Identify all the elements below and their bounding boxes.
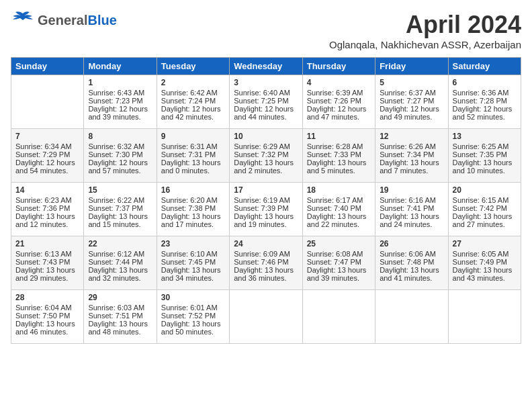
day-info-line: Daylight: 13 hours bbox=[88, 212, 152, 220]
day-info-line: and 48 minutes. bbox=[88, 328, 152, 336]
day-info-line: Sunset: 7:48 PM bbox=[380, 258, 443, 266]
page-header: GeneralBlue April 2024 Oglanqala, Nakhic… bbox=[11, 11, 521, 50]
calendar-cell bbox=[11, 75, 84, 129]
calendar-cell: 16Sunrise: 6:20 AMSunset: 7:38 PMDayligh… bbox=[157, 183, 229, 236]
day-info-line: and 5 minutes. bbox=[307, 167, 371, 175]
calendar-body: 1Sunrise: 6:43 AMSunset: 7:23 PMDaylight… bbox=[11, 75, 521, 344]
day-info-line: Daylight: 13 hours bbox=[15, 212, 79, 220]
calendar-cell: 1Sunrise: 6:43 AMSunset: 7:23 PMDaylight… bbox=[84, 75, 157, 129]
day-info-line: Sunset: 7:45 PM bbox=[161, 258, 225, 266]
day-info-line: Sunrise: 6:43 AM bbox=[88, 89, 152, 97]
day-info-line: Sunrise: 6:23 AM bbox=[15, 196, 79, 204]
day-header-friday: Friday bbox=[375, 58, 448, 75]
day-info-line: Daylight: 13 hours bbox=[15, 266, 79, 274]
day-header-thursday: Thursday bbox=[302, 58, 375, 75]
calendar-cell: 25Sunrise: 6:08 AMSunset: 7:47 PMDayligh… bbox=[302, 236, 375, 290]
day-info-line: Sunset: 7:52 PM bbox=[161, 312, 225, 320]
calendar-cell: 18Sunrise: 6:17 AMSunset: 7:40 PMDayligh… bbox=[302, 183, 375, 236]
calendar-cell: 27Sunrise: 6:05 AMSunset: 7:49 PMDayligh… bbox=[448, 236, 521, 290]
day-info-line: Daylight: 13 hours bbox=[307, 158, 371, 167]
day-number: 18 bbox=[307, 185, 371, 195]
day-info-line: Sunrise: 6:37 AM bbox=[380, 89, 443, 97]
day-number: 9 bbox=[161, 132, 225, 141]
calendar-cell: 28Sunrise: 6:04 AMSunset: 7:50 PMDayligh… bbox=[11, 290, 84, 344]
day-info-line: Daylight: 13 hours bbox=[88, 320, 152, 328]
day-info-line: and 47 minutes. bbox=[307, 113, 371, 121]
day-info-line: Sunrise: 6:40 AM bbox=[234, 89, 298, 97]
day-info-line: Daylight: 12 hours bbox=[380, 105, 443, 113]
day-info-line: Sunset: 7:30 PM bbox=[88, 150, 152, 158]
calendar-cell: 10Sunrise: 6:29 AMSunset: 7:32 PMDayligh… bbox=[230, 129, 302, 183]
day-info-line: and 24 minutes. bbox=[380, 220, 443, 228]
month-title: April 2024 bbox=[329, 11, 521, 39]
calendar-cell: 19Sunrise: 6:16 AMSunset: 7:41 PMDayligh… bbox=[375, 183, 448, 236]
day-number: 30 bbox=[161, 293, 225, 302]
calendar-table: SundayMondayTuesdayWednesdayThursdayFrid… bbox=[11, 57, 521, 344]
day-number: 29 bbox=[88, 293, 152, 302]
day-info-line: Daylight: 13 hours bbox=[234, 212, 298, 220]
day-header-monday: Monday bbox=[84, 58, 157, 75]
day-info-line: Sunrise: 6:01 AM bbox=[161, 304, 225, 312]
calendar-cell: 12Sunrise: 6:26 AMSunset: 7:34 PMDayligh… bbox=[375, 129, 448, 183]
day-info-line: Sunrise: 6:31 AM bbox=[161, 142, 225, 150]
day-info-line: Sunrise: 6:09 AM bbox=[234, 250, 298, 258]
day-number: 10 bbox=[234, 132, 298, 141]
day-info-line: Sunrise: 6:13 AM bbox=[15, 250, 79, 258]
day-number: 17 bbox=[234, 185, 298, 195]
calendar-cell: 15Sunrise: 6:22 AMSunset: 7:37 PMDayligh… bbox=[84, 183, 157, 236]
day-info-line: Sunset: 7:40 PM bbox=[307, 204, 371, 212]
week-row-1: 7Sunrise: 6:34 AMSunset: 7:29 PMDaylight… bbox=[11, 129, 521, 183]
day-info-line: Daylight: 13 hours bbox=[380, 266, 443, 274]
day-number: 11 bbox=[307, 132, 371, 141]
calendar-cell: 7Sunrise: 6:34 AMSunset: 7:29 PMDaylight… bbox=[11, 129, 84, 183]
day-info-line: Daylight: 13 hours bbox=[15, 320, 79, 328]
day-number: 22 bbox=[88, 239, 152, 248]
calendar-cell: 20Sunrise: 6:15 AMSunset: 7:42 PMDayligh… bbox=[448, 183, 521, 236]
calendar-cell: 30Sunrise: 6:01 AMSunset: 7:52 PMDayligh… bbox=[157, 290, 229, 344]
calendar-cell: 13Sunrise: 6:25 AMSunset: 7:35 PMDayligh… bbox=[448, 129, 521, 183]
calendar-cell: 3Sunrise: 6:40 AMSunset: 7:25 PMDaylight… bbox=[230, 75, 302, 129]
day-info-line: Daylight: 13 hours bbox=[380, 158, 443, 167]
title-block: April 2024 Oglanqala, Nakhichevan ASSR, … bbox=[329, 11, 521, 50]
day-info-line: Daylight: 13 hours bbox=[380, 212, 443, 220]
day-info-line: Daylight: 12 hours bbox=[15, 158, 79, 167]
day-header-sunday: Sunday bbox=[11, 58, 84, 75]
week-row-3: 21Sunrise: 6:13 AMSunset: 7:43 PMDayligh… bbox=[11, 236, 521, 290]
day-info-line: Sunrise: 6:12 AM bbox=[88, 250, 152, 258]
day-info-line: Daylight: 13 hours bbox=[234, 266, 298, 274]
day-info-line: Daylight: 12 hours bbox=[88, 105, 152, 113]
day-info-line: and 39 minutes. bbox=[88, 113, 152, 121]
day-info-line: Sunrise: 6:05 AM bbox=[453, 250, 517, 258]
day-info-line: and 0 minutes. bbox=[161, 167, 225, 175]
day-info-line: and 12 minutes. bbox=[15, 220, 79, 228]
day-info-line: Daylight: 13 hours bbox=[234, 158, 298, 167]
day-info-line: Sunrise: 6:06 AM bbox=[380, 250, 443, 258]
day-info-line: Sunset: 7:28 PM bbox=[453, 97, 517, 105]
day-info-line: Sunrise: 6:20 AM bbox=[161, 196, 225, 204]
day-info-line: and 46 minutes. bbox=[15, 328, 79, 336]
day-info-line: and 34 minutes. bbox=[161, 274, 225, 282]
calendar-cell: 23Sunrise: 6:10 AMSunset: 7:45 PMDayligh… bbox=[157, 236, 229, 290]
day-number: 16 bbox=[161, 185, 225, 195]
week-row-2: 14Sunrise: 6:23 AMSunset: 7:36 PMDayligh… bbox=[11, 183, 521, 236]
day-info-line: and 49 minutes. bbox=[380, 113, 443, 121]
logo-blue-text: Blue bbox=[87, 13, 116, 28]
day-info-line: Sunrise: 6:08 AM bbox=[307, 250, 371, 258]
day-info-line: Sunset: 7:25 PM bbox=[234, 97, 298, 105]
day-info-line: Sunset: 7:35 PM bbox=[453, 150, 517, 158]
day-header-wednesday: Wednesday bbox=[230, 58, 302, 75]
day-info-line: Sunrise: 6:42 AM bbox=[161, 89, 225, 97]
day-number: 25 bbox=[307, 239, 371, 248]
day-info-line: Sunrise: 6:17 AM bbox=[307, 196, 371, 204]
day-info-line: Daylight: 13 hours bbox=[453, 266, 517, 274]
day-number: 3 bbox=[234, 78, 298, 87]
calendar-cell: 5Sunrise: 6:37 AMSunset: 7:27 PMDaylight… bbox=[375, 75, 448, 129]
day-number: 21 bbox=[15, 239, 79, 248]
day-info-line: Sunrise: 6:15 AM bbox=[453, 196, 517, 204]
calendar-cell: 26Sunrise: 6:06 AMSunset: 7:48 PMDayligh… bbox=[375, 236, 448, 290]
day-info-line: Daylight: 13 hours bbox=[307, 212, 371, 220]
day-info-line: Sunrise: 6:25 AM bbox=[453, 142, 517, 150]
calendar-cell: 24Sunrise: 6:09 AMSunset: 7:46 PMDayligh… bbox=[230, 236, 302, 290]
day-number: 27 bbox=[453, 239, 517, 248]
day-number: 20 bbox=[453, 185, 517, 195]
